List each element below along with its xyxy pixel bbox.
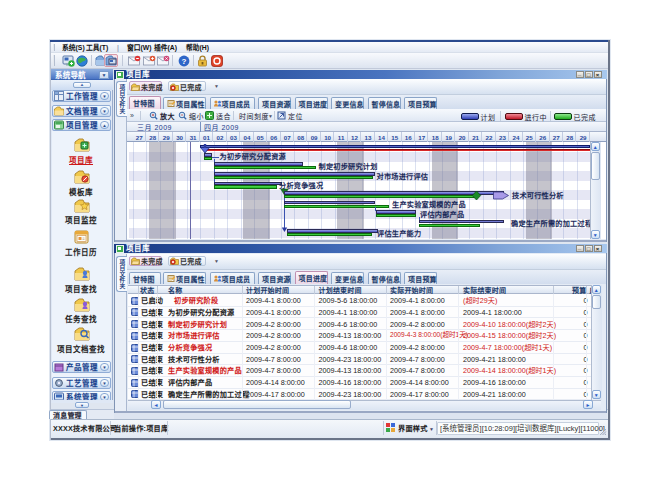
svg-text:?: ? bbox=[182, 57, 187, 66]
